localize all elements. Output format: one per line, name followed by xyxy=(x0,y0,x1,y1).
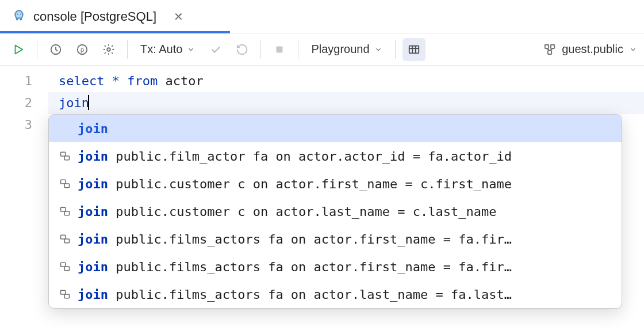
svg-rect-16 xyxy=(61,152,66,156)
session-label: Playground xyxy=(311,43,369,56)
chevron-down-icon xyxy=(187,45,195,54)
svg-rect-13 xyxy=(548,50,551,54)
history-icon[interactable] xyxy=(44,38,67,61)
code-line[interactable]: select * from actor xyxy=(48,70,644,92)
join-icon xyxy=(59,178,71,189)
separator xyxy=(127,40,128,59)
toolbar: p Tx: Auto Playground guest.public xyxy=(0,33,644,66)
postgres-icon xyxy=(12,9,26,24)
join-icon xyxy=(59,289,71,300)
stop-icon[interactable] xyxy=(268,38,291,61)
svg-rect-17 xyxy=(64,156,69,160)
completion-label: join public.films_actors fa on actor.fir… xyxy=(78,260,512,274)
schema-icon xyxy=(543,43,556,56)
chevron-down-icon xyxy=(629,45,637,54)
completion-label: join public.customer c on actor.last_nam… xyxy=(78,204,497,219)
svg-rect-18 xyxy=(61,180,66,184)
completion-label: join public.films_actors fa on actor.las… xyxy=(78,287,512,302)
plan-icon[interactable]: p xyxy=(71,38,94,61)
svg-rect-26 xyxy=(61,290,66,294)
tx-mode-dropdown[interactable]: Tx: Auto xyxy=(135,38,201,61)
completion-label: join public.films_actors fa on actor.fir… xyxy=(78,232,512,246)
run-icon[interactable] xyxy=(7,38,30,61)
completion-item[interactable]: join xyxy=(49,115,622,142)
svg-point-5 xyxy=(107,48,110,51)
svg-point-0 xyxy=(17,13,18,14)
join-icon xyxy=(59,261,71,272)
schema-selector[interactable]: guest.public xyxy=(543,43,637,56)
results-view-icon[interactable] xyxy=(402,38,425,61)
separator xyxy=(298,40,298,59)
svg-rect-20 xyxy=(61,207,66,211)
session-dropdown[interactable]: Playground xyxy=(305,38,388,61)
line-number: 1 xyxy=(0,70,32,92)
completion-item[interactable]: join public.film_actor fa on actor.actor… xyxy=(49,142,622,170)
rollback-icon[interactable] xyxy=(231,38,254,61)
editor[interactable]: 1 2 3 select * from actor join join join… xyxy=(0,66,644,141)
svg-rect-11 xyxy=(545,44,549,48)
separator xyxy=(395,40,396,59)
completion-item[interactable]: join public.customer c on actor.first_na… xyxy=(49,170,622,198)
completion-label: join public.film_actor fa on actor.actor… xyxy=(78,149,512,164)
code-line[interactable]: join xyxy=(48,92,644,114)
close-tab-icon[interactable]: ✕ xyxy=(174,11,183,22)
completion-label: join public.customer c on actor.first_na… xyxy=(78,177,512,191)
svg-rect-24 xyxy=(61,263,66,267)
tab-title: console [PostgreSQL] xyxy=(33,9,156,24)
svg-rect-25 xyxy=(64,267,69,271)
join-icon xyxy=(59,150,71,162)
svg-text:p: p xyxy=(80,45,84,52)
line-number: 3 xyxy=(0,114,32,136)
tab-bar: console [PostgreSQL] ✕ xyxy=(0,0,644,33)
commit-icon[interactable] xyxy=(204,38,227,61)
completion-item[interactable]: join public.films_actors fa on actor.las… xyxy=(49,280,622,308)
completion-item[interactable]: join public.films_actors fa on actor.fir… xyxy=(49,253,622,280)
svg-rect-19 xyxy=(64,184,69,188)
completion-label: join xyxy=(78,122,108,136)
completion-item[interactable]: join public.customer c on actor.last_nam… xyxy=(49,198,622,225)
tx-mode-label: Tx: Auto xyxy=(140,43,182,56)
completion-item[interactable]: join public.films_actors fa on actor.fir… xyxy=(49,225,622,253)
svg-rect-23 xyxy=(64,239,69,243)
join-icon xyxy=(59,206,71,217)
gutter: 1 2 3 xyxy=(0,66,48,141)
line-number: 2 xyxy=(0,92,32,114)
chevron-down-icon xyxy=(374,45,382,54)
svg-rect-27 xyxy=(64,294,69,298)
svg-point-1 xyxy=(20,13,21,14)
svg-rect-12 xyxy=(551,44,554,48)
schema-label: guest.public xyxy=(562,43,623,56)
svg-rect-22 xyxy=(61,235,66,239)
svg-rect-6 xyxy=(277,46,283,52)
completion-popup: join join public.film_actor fa on actor.… xyxy=(48,114,622,309)
join-icon xyxy=(59,233,71,245)
blank-icon xyxy=(59,123,71,134)
svg-rect-7 xyxy=(409,45,419,53)
caret xyxy=(88,95,89,110)
separator xyxy=(37,40,37,59)
svg-rect-21 xyxy=(64,211,69,215)
gear-icon[interactable] xyxy=(97,38,120,61)
separator xyxy=(260,40,261,59)
